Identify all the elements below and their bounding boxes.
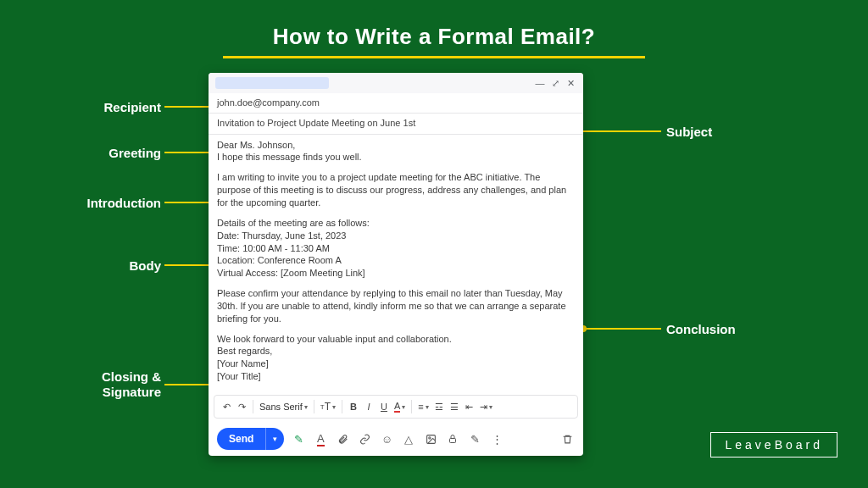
subject-field[interactable]: Invitation to Project Update Meeting on … <box>209 114 583 134</box>
bulleted-list-icon[interactable]: ☰ <box>448 399 461 414</box>
svg-rect-16 <box>450 439 456 443</box>
brand-badge: LeaveBoard <box>710 432 837 458</box>
label-closing: Closing & Signature <box>46 369 161 400</box>
greeting-line-2: I hope this message finds you well. <box>217 152 362 162</box>
label-recipient: Recipient <box>59 100 161 115</box>
close-icon[interactable]: ✕ <box>565 77 576 89</box>
label-body: Body <box>59 258 161 274</box>
send-button-group: Send ▾ <box>217 428 284 450</box>
minimize-icon[interactable]: — <box>534 77 546 89</box>
label-introduction: Introduction <box>46 196 161 211</box>
greeting-line-1: Dear Ms. Johnson, <box>217 140 295 150</box>
align-icon[interactable]: ≡ <box>416 399 430 414</box>
image-icon[interactable] <box>423 431 438 446</box>
text-color-icon[interactable]: A <box>392 399 407 414</box>
compose-window: — ⤢ ✕ john.doe@company.com Invitation to… <box>209 73 583 456</box>
label-subject: Subject <box>666 125 712 140</box>
emoji-icon[interactable]: ☺ <box>379 431 394 446</box>
compose-header: — ⤢ ✕ <box>209 73 583 93</box>
detail-virtual: Virtual Access: [Zoom Meeting Link] <box>217 268 365 278</box>
leader-conclusion <box>578 323 661 335</box>
text-format-icon[interactable]: A <box>313 431 328 446</box>
trash-icon[interactable] <box>559 431 575 446</box>
numbered-list-icon[interactable]: ☲ <box>432 399 446 414</box>
more-icon[interactable]: ⋮ <box>489 431 504 446</box>
indent-more-icon[interactable]: ⇥ <box>478 399 494 414</box>
page-title: How to Write a Formal Email? <box>0 24 868 50</box>
expand-icon[interactable]: ⤢ <box>549 77 561 89</box>
closing-line-3: [Your Name] <box>217 358 269 369</box>
intro-paragraph: I am writing to invite you to a project … <box>217 171 575 209</box>
underline-icon[interactable]: U <box>377 399 391 414</box>
detail-time: Time: 10:00 AM - 11:30 AM <box>217 243 330 253</box>
confidential-icon[interactable] <box>445 431 460 446</box>
label-conclusion: Conclusion <box>666 322 736 337</box>
redo-icon[interactable]: ↷ <box>235 399 248 414</box>
signature-icon[interactable]: ✎ <box>467 431 482 446</box>
drive-icon[interactable]: △ <box>401 431 416 446</box>
title-underline <box>223 56 645 58</box>
recipient-field[interactable]: john.doe@company.com <box>209 93 583 114</box>
italic-icon[interactable]: I <box>362 399 376 414</box>
detail-location: Location: Conference Room A <box>217 255 342 265</box>
svg-point-15 <box>429 436 431 438</box>
closing-line-1: We look forward to your valuable input a… <box>217 334 452 344</box>
bold-icon[interactable]: B <box>347 399 360 414</box>
spellcheck-icon[interactable]: ✎ <box>291 431 306 446</box>
indent-less-icon[interactable]: ⇤ <box>463 399 476 414</box>
font-size-icon[interactable]: TT <box>319 399 337 414</box>
email-body[interactable]: Dear Ms. Johnson, I hope this message fi… <box>209 135 583 395</box>
link-icon[interactable] <box>357 431 372 446</box>
send-options-icon[interactable]: ▾ <box>265 428 284 450</box>
from-chip[interactable] <box>215 77 329 89</box>
closing-line-2: Best regards, <box>217 346 272 356</box>
closing-line-4: [Your Title] <box>217 371 261 381</box>
label-greeting: Greeting <box>59 146 161 161</box>
details-heading: Details of the meeting are as follows: <box>217 218 370 228</box>
attach-icon[interactable] <box>335 431 350 446</box>
compose-action-bar: Send ▾ ✎ A ☺ △ ✎ ⋮ <box>209 422 583 456</box>
send-button[interactable]: Send <box>217 428 265 450</box>
format-toolbar: ↶ ↷ Sans Serif TT B I U A ≡ ☲ ☰ ⇤ ⇥ <box>214 395 578 419</box>
conclusion-paragraph: Please confirm your attendance by replyi… <box>217 287 575 325</box>
undo-icon[interactable]: ↶ <box>220 399 233 414</box>
detail-date: Date: Thursday, June 1st, 2023 <box>217 230 346 241</box>
font-select[interactable]: Sans Serif <box>258 399 309 414</box>
